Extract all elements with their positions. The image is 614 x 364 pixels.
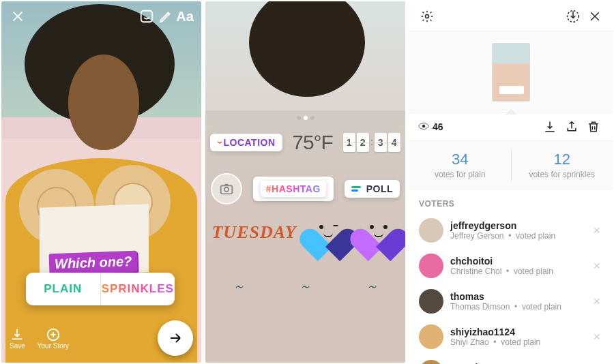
views-icon	[418, 120, 430, 134]
hashtag-sticker[interactable]: #HASHTAG	[253, 177, 334, 201]
avatar	[419, 289, 443, 314]
voter-username: shiyizhao1124	[450, 327, 590, 337]
your-story-button[interactable]: Your Story	[38, 327, 69, 350]
editor-top-toolbar: Aa	[1, 7, 201, 26]
poll-sticker-button[interactable]: POLL	[345, 180, 400, 198]
voter-row[interactable]: thomasThomas Dimson • voted plain×	[409, 284, 613, 319]
voters-list[interactable]: jeffreydgersonJeffrey Gerson • voted pla…	[409, 213, 613, 364]
selfie-sticker-button[interactable]	[211, 173, 242, 204]
clock-sticker[interactable]: 1 2 3 4	[343, 133, 400, 152]
stats-bar: 46	[409, 113, 613, 140]
story-thumbnail-strip	[409, 31, 613, 113]
your-story-label: Your Story	[38, 342, 69, 350]
avatar	[419, 218, 443, 243]
svg-point-4	[426, 14, 429, 18]
avatar	[419, 360, 443, 364]
location-sticker[interactable]: LOCATION	[210, 134, 282, 151]
voter-username: chchoitoi	[450, 256, 590, 267]
voter-row[interactable]: chchoitoiChristine Choi • voted plain×	[409, 248, 613, 284]
result-option-a: 34 votes for plain	[409, 141, 511, 189]
draw-icon[interactable]	[156, 7, 175, 26]
story-photo	[1, 1, 201, 363]
temperature-sticker[interactable]: 75°F	[292, 131, 333, 154]
save-highlight-icon[interactable]	[562, 5, 584, 27]
voter-username: jeffreydgerson	[450, 220, 590, 231]
voter-row[interactable]: jeffreydgersonJeffrey Gerson • voted pla…	[409, 213, 613, 248]
voter-row[interactable]: shiyizhao1124Shiyi Zhao • voted plain×	[409, 319, 613, 354]
download-icon[interactable]	[539, 116, 561, 138]
editor-bottom-toolbar: Save Your Story	[1, 320, 201, 356]
send-to-button[interactable]	[158, 320, 193, 356]
poll-question-sticker[interactable]: Which one?	[48, 251, 137, 275]
voter-subtext: Christine Choi • voted plain	[450, 267, 590, 276]
avatar	[419, 324, 443, 349]
poll-option-a[interactable]: PLAIN	[26, 273, 100, 305]
text-tool-button[interactable]: Aa	[175, 7, 194, 26]
results-header	[409, 1, 613, 31]
svg-rect-0	[141, 11, 153, 22]
svg-point-6	[422, 125, 425, 127]
sticker-row-partial: ～～～	[205, 278, 405, 363]
svg-point-3	[224, 187, 229, 192]
remove-voter-icon[interactable]: ×	[590, 292, 603, 310]
sticker-drawer[interactable]: LOCATION 75°F 1 2 3 4 #HASHTAG POLL	[205, 110, 405, 363]
story-editor-screen: Aa Which one? PLAIN SPRINKLES Save Your …	[1, 1, 201, 363]
page-indicator	[297, 116, 315, 120]
poll-results-panel: 46 34 votes for plain 12 votes for sprin…	[409, 1, 613, 363]
view-count: 46	[433, 121, 443, 132]
close-icon[interactable]	[584, 5, 606, 27]
voter-subtext: Thomas Dimson • voted plain	[450, 302, 590, 312]
save-label: Save	[10, 342, 25, 350]
save-button[interactable]: Save	[10, 327, 25, 350]
share-icon[interactable]	[561, 116, 583, 138]
poll-option-b[interactable]: SPRINKLES	[101, 273, 175, 305]
heart-sticker-blue[interactable]	[310, 215, 348, 249]
result-option-b: 12 votes for sprinkles	[512, 141, 613, 189]
heart-sticker-purple[interactable]	[360, 215, 398, 249]
weekday-sticker[interactable]: TUESDAY	[211, 222, 296, 243]
poll-card-sticker[interactable]: PLAIN SPRINKLES	[26, 273, 175, 305]
sticker-tray-screen: LOCATION 75°F 1 2 3 4 #HASHTAG POLL	[205, 1, 405, 363]
close-icon[interactable]	[8, 7, 27, 26]
voter-subtext: Shiyi Zhao • voted plain	[450, 337, 590, 347]
remove-voter-icon[interactable]: ×	[590, 328, 603, 346]
vote-tally: 34 votes for plain 12 votes for sprinkle…	[409, 140, 613, 189]
voters-heading: VOTERS	[409, 189, 613, 213]
avatar	[419, 254, 443, 278]
voter-username: thomas	[450, 291, 590, 302]
remove-voter-icon[interactable]: ×	[590, 257, 603, 275]
story-thumbnail[interactable]	[492, 43, 530, 102]
voter-row[interactable]: mattzitzmannMatt Zitzmann • voted plain×	[409, 354, 613, 364]
voter-subtext: Jeffrey Gerson • voted plain	[450, 231, 590, 241]
remove-voter-icon[interactable]: ×	[590, 222, 603, 239]
trash-icon[interactable]	[583, 116, 604, 138]
stickers-icon[interactable]	[137, 7, 156, 26]
settings-icon[interactable]	[416, 5, 438, 27]
